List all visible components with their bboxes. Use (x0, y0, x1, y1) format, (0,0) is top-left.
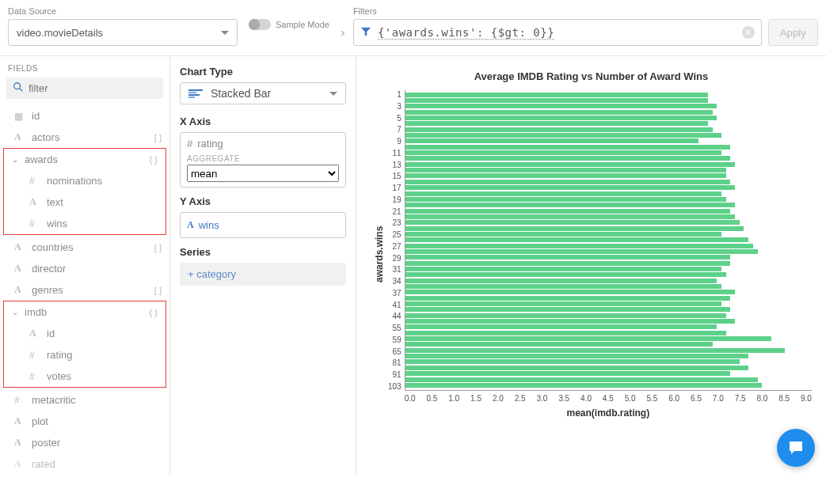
filter-icon (360, 26, 371, 40)
field-plot[interactable]: A plot (0, 411, 169, 432)
y-tick: 55 (388, 324, 402, 332)
chevron-down-icon: ⌄ (12, 308, 20, 316)
field-id[interactable]: ▦ id (0, 105, 169, 127)
field-imdb-id[interactable]: A id (4, 323, 166, 344)
y-tick: 25 (388, 230, 402, 239)
array-icon: [ ] (154, 286, 162, 295)
chart-bar (405, 116, 718, 120)
chart-bar (405, 173, 726, 178)
sample-mode-label: Sample Mode (276, 20, 329, 29)
x-axis-label: X Axis (180, 116, 346, 127)
sample-mode-toggle-wrap: Sample Mode (249, 6, 329, 30)
chart-bar (405, 377, 758, 382)
field-awards[interactable]: ⌄ awards { } (4, 149, 166, 170)
y-tick: 44 (388, 312, 402, 320)
field-imdb-rating[interactable]: # rating (4, 344, 166, 366)
y-axis-field[interactable]: A wins (187, 218, 339, 233)
y-axis-config[interactable]: A wins (180, 212, 346, 238)
chart-bar (405, 255, 731, 260)
field-awards-wins[interactable]: # wins (4, 213, 166, 234)
chart-bar (405, 301, 721, 306)
series-add-button[interactable]: + category (180, 263, 346, 286)
chart-bar (405, 93, 708, 97)
y-tick: 81 (388, 358, 402, 367)
y-tick: 17 (388, 184, 402, 192)
chart-bar (405, 168, 726, 172)
y-tick: 7 (388, 125, 402, 134)
number-type-icon: # (29, 176, 42, 187)
y-tick: 1 (388, 90, 402, 99)
clear-filter-icon[interactable]: ✕ (742, 26, 755, 39)
field-awards-text[interactable]: A text (4, 191, 166, 213)
field-rated[interactable]: A rated (0, 453, 169, 475)
fields-filter-input[interactable] (29, 82, 162, 94)
y-tick: 9 (388, 137, 402, 146)
filters-label: Filters (353, 6, 818, 16)
x-axis-title: mean(imdb.rating) (405, 407, 812, 419)
fields-filter-wrap[interactable] (6, 78, 163, 99)
chat-icon (786, 438, 805, 457)
aggregate-select[interactable]: mean (187, 165, 339, 182)
filter-query: {'awards.wins': {$gt: 0}} (371, 26, 742, 39)
svg-line-1 (20, 89, 23, 92)
chart-bar (405, 232, 721, 237)
top-bar: Data Source video.movieDetails Sample Mo… (0, 0, 826, 55)
x-tick: 6.5 (691, 394, 702, 403)
y-tick: 59 (388, 335, 402, 344)
chart-panel: Average IMDB Rating vs Number of Award W… (356, 56, 826, 475)
chevron-down-icon (329, 92, 337, 96)
chart-bar (405, 110, 713, 115)
chart-bar (405, 191, 721, 196)
field-poster[interactable]: A poster (0, 432, 169, 453)
number-type-icon: # (29, 371, 42, 382)
field-imdb-votes[interactable]: # votes (4, 366, 166, 387)
x-tick: 4.0 (580, 394, 592, 403)
chart-bar (405, 359, 740, 364)
chart-type-select[interactable]: Stacked Bar (180, 82, 346, 104)
string-type-icon: A (14, 458, 27, 470)
number-type-icon: # (29, 350, 42, 361)
sample-mode-toggle[interactable] (249, 19, 271, 30)
data-source-select[interactable]: video.movieDetails (8, 19, 238, 46)
chart-bar (405, 156, 731, 161)
field-genres[interactable]: A genres [ ] (0, 279, 169, 301)
apply-button[interactable]: Apply (768, 19, 818, 46)
string-type-icon: A (14, 415, 27, 427)
chart-bar (405, 98, 708, 103)
awards-highlight: ⌄ awards { } # nominations A text # wins (3, 148, 166, 235)
array-icon: [ ] (154, 133, 162, 142)
x-axis-config[interactable]: # rating AGGREGATE mean (180, 132, 346, 188)
chart-bar (405, 261, 731, 266)
string-type-icon: A (14, 241, 27, 253)
chevron-down-icon: ⌄ (12, 155, 20, 164)
aggregate-label: AGGREGATE (187, 154, 339, 163)
chart-bar (405, 121, 708, 126)
number-type-icon: # (29, 218, 42, 229)
chart-bar (405, 209, 731, 214)
chat-widget-button[interactable] (777, 429, 815, 467)
chart-bar (405, 348, 785, 353)
x-tick: 5.0 (625, 394, 636, 403)
filter-input-box[interactable]: {'awards.wins': {$gt: 0}} ✕ (353, 19, 762, 46)
x-tick: 1.0 (448, 394, 459, 403)
field-countries[interactable]: A countries [ ] (0, 237, 169, 258)
field-metacritic[interactable]: # metacritic (0, 389, 169, 411)
chart-bar (405, 197, 726, 202)
field-director[interactable]: A director (0, 258, 169, 279)
x-tick: 5.5 (646, 394, 657, 403)
chart-bar (405, 319, 735, 324)
data-source-value: video.movieDetails (17, 27, 103, 39)
series-label: Series (180, 246, 346, 258)
y-tick: 5 (388, 114, 402, 123)
chart-bar (405, 249, 758, 254)
field-actors[interactable]: A actors [ ] (0, 127, 169, 148)
x-tick: 2.0 (493, 394, 504, 403)
field-awards-nominations[interactable]: # nominations (4, 170, 166, 191)
field-imdb[interactable]: ⌄ imdb { } (4, 301, 166, 323)
x-axis-field[interactable]: # rating (187, 136, 339, 151)
imdb-highlight: ⌄ imdb { } A id # rating # votes (3, 301, 166, 388)
chart-area: awards.wins 1357911131517192123252729313… (371, 90, 812, 419)
chart-bar (405, 331, 726, 335)
chart-bar (405, 313, 726, 318)
chart-bar (405, 272, 726, 277)
